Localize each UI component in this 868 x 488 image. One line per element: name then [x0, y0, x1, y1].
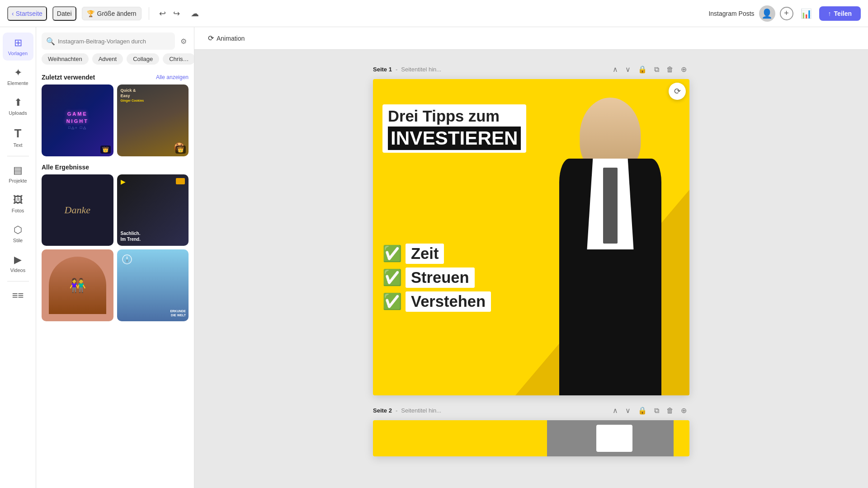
tag-chris[interactable]: Chris…	[163, 53, 194, 65]
page2-label: Seite 2	[373, 407, 392, 414]
check-item-2: ✅ Streuen	[382, 267, 491, 288]
page2-actions: ∧ ∨ 🔒 ⧉ 🗑 ⊕	[610, 404, 689, 417]
sidebar-item-uploads[interactable]: ⬆ Uploads	[3, 92, 33, 120]
uploads-icon: ⬆	[14, 97, 22, 108]
panel-scroll: Zuletzt verwendet Alle anzeigen GAME NIG…	[36, 70, 194, 488]
svg-marker-1	[126, 256, 128, 259]
topbar: ‹ Startseite Datei 🏆 Größe ändern ↩ ↪ ☁ …	[0, 0, 868, 27]
check-label-2: Streuen	[406, 267, 475, 288]
canvas-scroll[interactable]: Seite 1 - Seitentitel hin... ∧ ∨ 🔒 ⧉ 🗑 ⊕	[194, 50, 868, 488]
text-icon: T	[14, 127, 22, 141]
search-icon: 🔍	[46, 37, 55, 46]
page2-collapse-button[interactable]: ∧	[610, 404, 621, 417]
page1-more-button[interactable]: ⊕	[678, 63, 689, 75]
template-travel[interactable]: ERKUNDE DIE WELT	[117, 249, 189, 321]
save-cloud-button[interactable]: ☁	[188, 6, 202, 21]
animation-button[interactable]: ⟳ Animation	[203, 31, 249, 45]
sidebar-label-uploads: Uploads	[9, 110, 27, 116]
page1-copy-button[interactable]: ⧉	[651, 63, 662, 75]
share-label: Teilen	[834, 10, 852, 17]
template-cookies[interactable]: Quick & Easy Ginger Cookies 🍪 👑	[117, 84, 189, 156]
sidebar-item-pattern[interactable]: ≡≡	[3, 285, 33, 306]
back-button[interactable]: ‹ Startseite	[7, 6, 47, 21]
premium-badge-2: 👑	[175, 145, 186, 154]
add-collaborator-button[interactable]: +	[780, 7, 793, 20]
tags-row: Weihnachten Advent Collage Chris… ›	[36, 53, 194, 70]
page2-canvas[interactable]	[373, 420, 689, 456]
sidebar-divider	[7, 156, 29, 156]
all-results-grid: Danke ▶ Sachlich. Im Trend. 👫	[42, 174, 189, 321]
template-game-night[interactable]: GAME NIGHT □△○ □△ 👑	[42, 84, 113, 156]
sidebar-label-fotos: Fotos	[12, 208, 24, 213]
sidebar-label-videos: Videos	[10, 267, 25, 273]
all-results-title: Alle Ergebnisse	[42, 164, 89, 171]
recently-used-grid: GAME NIGHT □△○ □△ 👑 Quick & Easy Ginger …	[42, 84, 189, 156]
page2-wrapper: Seite 2 - Seitentitel hin... ∧ ∨ 🔒 ⧉ 🗑 ⊕	[373, 404, 689, 456]
sidebar-item-elemente[interactable]: ✦ Elemente	[3, 62, 33, 90]
check-icon-2: ✅	[382, 268, 402, 287]
sidebar-item-projekte[interactable]: ▤ Projekte	[3, 160, 33, 188]
sidebar-label-stile: Stile	[13, 238, 23, 243]
stats-button[interactable]: 📊	[798, 5, 815, 22]
page2-header: Seite 2 - Seitentitel hin... ∧ ∨ 🔒 ⧉ 🗑 ⊕	[373, 404, 689, 417]
canvas-area: ⟳ Animation Seite 1 - Seitentitel hin...…	[194, 27, 868, 488]
tag-advent[interactable]: Advent	[92, 53, 123, 65]
page2-expand-button[interactable]: ∨	[623, 404, 633, 417]
topbar-left: ‹ Startseite Datei 🏆 Größe ändern ↩ ↪ ☁	[7, 6, 705, 21]
resize-button[interactable]: 🏆 Größe ändern	[82, 7, 142, 20]
sidebar-label-elemente: Elemente	[7, 80, 28, 86]
project-title: Instagram Posts	[708, 10, 754, 17]
refresh-button[interactable]: ⟳	[669, 83, 686, 100]
filter-button[interactable]: ⚙	[179, 35, 189, 47]
animation-label: Animation	[217, 35, 245, 42]
danke-text: Danke	[65, 204, 90, 216]
undo-redo-group: ↩ ↪	[156, 6, 183, 21]
person-tie	[603, 168, 618, 244]
check-item-1: ✅ Zeit	[382, 244, 491, 264]
page2-lock-button[interactable]: 🔒	[635, 404, 650, 417]
couple-figure: 👫	[49, 257, 106, 314]
game-night-text2: NIGHT	[66, 118, 89, 124]
share-icon: ↑	[828, 10, 831, 17]
undo-button[interactable]: ↩	[156, 6, 169, 21]
template-couple[interactable]: 👫	[42, 249, 113, 321]
animation-ring-icon: ⟳	[208, 34, 214, 42]
page1-collapse-button[interactable]: ∧	[610, 63, 621, 75]
title-box: Drei Tipps zum INVESTIEREN	[382, 104, 526, 153]
sidebar-item-videos[interactable]: ▶ Videos	[3, 249, 33, 277]
cookie-card-text: Quick & Easy Ginger Cookies	[121, 88, 185, 103]
page1-lock-button[interactable]: 🔒	[635, 63, 650, 75]
share-button[interactable]: ↑ Teilen	[819, 6, 861, 21]
search-input-wrap[interactable]: 🔍	[42, 33, 175, 50]
page2-more-button[interactable]: ⊕	[678, 404, 689, 417]
travel-text: ERKUNDE DIE WELT	[170, 309, 186, 317]
sidebar-item-stile[interactable]: ⬡ Stile	[3, 220, 33, 248]
template-sachlich[interactable]: ▶ Sachlich. Im Trend.	[117, 174, 189, 246]
file-menu-button[interactable]: Datei	[52, 6, 76, 21]
sidebar-item-text[interactable]: T Text	[3, 122, 33, 152]
sidebar-item-fotos[interactable]: 🖼 Fotos	[3, 190, 33, 218]
check-item-3: ✅ Verstehen	[382, 291, 491, 312]
topbar-right: Instagram Posts 👤 + 📊 ↑ Teilen	[708, 5, 861, 22]
search-bar: 🔍 ⚙	[36, 27, 194, 53]
tag-weihnachten[interactable]: Weihnachten	[42, 53, 89, 65]
page1-canvas[interactable]: Drei Tipps zum INVESTIEREN ✅ Zeit ✅ Stre…	[373, 79, 689, 395]
search-input[interactable]	[58, 38, 170, 45]
tag-collage[interactable]: Collage	[127, 53, 159, 65]
template-danke[interactable]: Danke	[42, 174, 113, 246]
page2-copy-button[interactable]: ⧉	[651, 404, 662, 417]
premium-badge-1: 👑	[100, 145, 111, 154]
page1-expand-button[interactable]: ∨	[623, 63, 633, 75]
see-all-recent-button[interactable]: Alle anzeigen	[156, 74, 189, 80]
game-night-icons: □△○ □△	[66, 126, 89, 130]
separator	[149, 7, 149, 20]
page2-delete-button[interactable]: 🗑	[664, 404, 676, 417]
redo-button[interactable]: ↪	[170, 6, 183, 21]
all-results-header: Alle Ergebnisse	[42, 164, 189, 171]
page1-delete-button[interactable]: 🗑	[664, 63, 676, 75]
sidebar-item-vorlagen[interactable]: ⊞ Vorlagen	[3, 33, 33, 61]
check-icon-1: ✅	[382, 244, 402, 263]
page2-dash: -	[396, 407, 397, 414]
fotos-icon: 🖼	[13, 194, 23, 206]
sidebar-label-vorlagen: Vorlagen	[8, 51, 28, 56]
